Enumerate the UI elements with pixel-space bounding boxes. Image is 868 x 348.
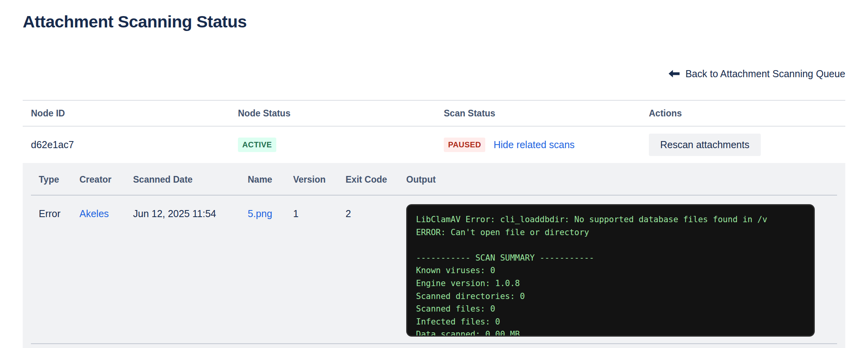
column-header-type: Type (31, 174, 72, 185)
hide-related-scans-link[interactable]: Hide related scans (493, 139, 574, 150)
column-header-node-id: Node ID (23, 108, 230, 119)
back-to-queue-link[interactable]: Back to Attachment Scanning Queue (668, 68, 845, 80)
panel-bottom-divider (31, 343, 837, 344)
column-header-name: Name (240, 174, 285, 185)
nodes-table-header: Node ID Node Status Scan Status Actions (23, 100, 845, 126)
scan-status-badge: PAUSED (444, 138, 485, 152)
scan-creator-cell: Akeles (72, 204, 125, 337)
back-arrow-icon (668, 69, 680, 78)
page-title: Attachment Scanning Status (23, 12, 845, 31)
scan-row: Error Akeles Jun 12, 2025 11:54 5.png 1 … (31, 196, 837, 337)
node-id-value: d62e1ac7 (23, 139, 230, 150)
creator-link[interactable]: Akeles (79, 208, 109, 219)
scan-status-cell: PAUSED Hide related scans (436, 138, 641, 152)
node-row: d62e1ac7 ACTIVE PAUSED Hide related scan… (23, 126, 845, 163)
scan-version-value: 1 (285, 204, 338, 337)
scans-table-header: Type Creator Scanned Date Name Version E… (31, 163, 837, 196)
column-header-creator: Creator (72, 174, 125, 185)
column-header-actions: Actions (641, 108, 845, 119)
scan-output-terminal[interactable]: LibClamAV Error: cli_loaddbdir: No suppo… (406, 204, 815, 337)
column-header-version: Version (285, 174, 338, 185)
attachment-scanning-status-page: Attachment Scanning Status Back to Attac… (0, 12, 868, 348)
scan-date-value: Jun 12, 2025 11:54 (125, 204, 240, 337)
scan-type-value: Error (31, 204, 72, 337)
scan-name-cell: 5.png (240, 204, 285, 337)
nodes-table: Node ID Node Status Scan Status Actions … (23, 100, 845, 348)
scan-output-text: LibClamAV Error: cli_loaddbdir: No suppo… (416, 213, 805, 337)
scan-output-cell: LibClamAV Error: cli_loaddbdir: No suppo… (398, 204, 837, 337)
rescan-attachments-button[interactable]: Rescan attachments (649, 134, 761, 156)
node-status-badge: ACTIVE (238, 138, 276, 152)
back-link-label: Back to Attachment Scanning Queue (685, 68, 845, 80)
column-header-scanned-date: Scanned Date (125, 174, 240, 185)
column-header-output: Output (398, 174, 837, 185)
node-status-cell: ACTIVE (230, 138, 436, 152)
back-row: Back to Attachment Scanning Queue (23, 68, 845, 80)
scan-exit-code-value: 2 (338, 204, 398, 337)
attachment-file-link[interactable]: 5.png (248, 208, 272, 219)
related-scans-panel: Type Creator Scanned Date Name Version E… (23, 163, 845, 348)
column-header-node-status: Node Status (230, 108, 436, 119)
actions-cell: Rescan attachments (641, 134, 845, 156)
column-header-scan-status: Scan Status (436, 108, 641, 119)
column-header-exit-code: Exit Code (338, 174, 398, 185)
